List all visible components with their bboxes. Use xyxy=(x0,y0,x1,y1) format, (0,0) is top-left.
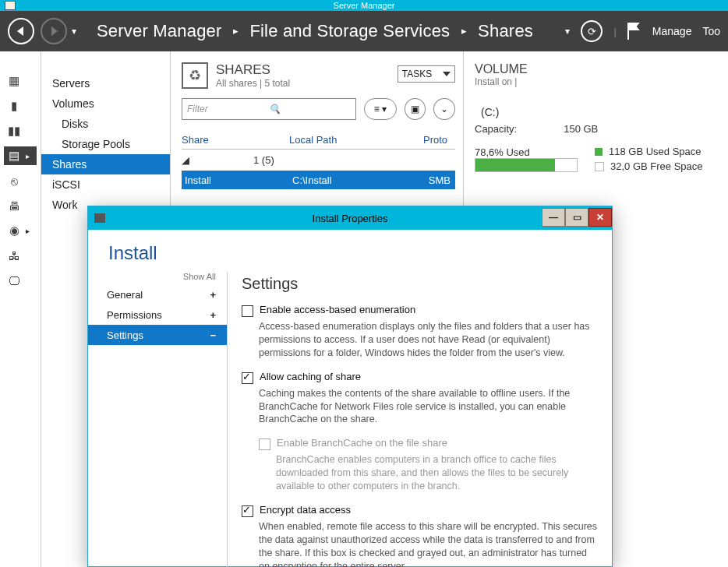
dashboard-icon: ▦ xyxy=(5,74,23,88)
tools-menu[interactable]: Too xyxy=(702,25,720,37)
desc-branchcache: BranchCache enables computers in a branc… xyxy=(276,453,598,493)
rail-file-storage[interactable]: ▤▸ xyxy=(4,146,37,165)
col-local-path[interactable]: Local Path xyxy=(289,134,423,146)
manage-menu[interactable]: Manage xyxy=(652,25,692,37)
usage-bar-fill xyxy=(475,159,555,171)
back-button[interactable] xyxy=(8,18,34,44)
show-all-link[interactable]: Show All xyxy=(88,272,227,284)
legend-used-text: 118 GB Used Space xyxy=(609,146,701,157)
forward-button[interactable] xyxy=(41,18,67,44)
desc-encrypt: When enabled, remote file access to this… xyxy=(259,520,598,567)
shares-icon: ♻ xyxy=(182,62,208,89)
dialog-nav-permissions-label: Permissions xyxy=(107,309,162,321)
dialog-section-title: Settings xyxy=(242,275,598,293)
dialog-title: Install Properties xyxy=(313,213,388,224)
minus-icon: − xyxy=(210,329,216,341)
nav-volumes[interactable]: Volumes xyxy=(41,93,170,114)
rail-dashboard[interactable]: ▦ xyxy=(4,72,37,90)
shares-subtitle: All shares | 5 total xyxy=(216,78,290,89)
system-menu-icon[interactable] xyxy=(5,1,16,10)
window-title: Server Manager xyxy=(334,0,395,11)
network-icon: 🖧 xyxy=(5,249,23,262)
rail-remote[interactable]: ◉▸ xyxy=(4,221,37,240)
dialog-heading: Install xyxy=(88,230,612,272)
volume-subtitle: Install on | xyxy=(475,76,728,87)
tasks-button[interactable]: TASKS xyxy=(398,65,455,83)
option-abe: Enable access-based enumeration Access-b… xyxy=(242,304,598,360)
nav-shares[interactable]: Shares xyxy=(41,154,170,174)
nav-iscsi[interactable]: iSCSI xyxy=(41,174,170,195)
chevron-right-icon: ▸ xyxy=(26,227,30,235)
option-branchcache: Enable BranchCache on the file share Bra… xyxy=(259,437,598,493)
server-icon: ▮ xyxy=(5,99,23,113)
filter-input[interactable]: Filter 🔍 xyxy=(182,98,356,120)
usage-bar xyxy=(475,158,578,172)
collapse-icon[interactable]: ◢ xyxy=(182,154,193,166)
view-options-button[interactable]: ≡▾ xyxy=(364,98,397,120)
row-proto: SMB xyxy=(426,174,455,186)
filter-placeholder: Filter xyxy=(187,104,269,114)
option-cache: Allow caching of share Caching makes the… xyxy=(242,371,598,427)
breadcrumb-dropdown[interactable]: ▾ xyxy=(565,26,570,37)
rail-print[interactable]: 🖶 xyxy=(4,196,37,215)
arrow-right-icon xyxy=(51,26,58,36)
swatch-white-icon xyxy=(595,162,604,171)
used-percent: 78,6% Used xyxy=(475,146,545,158)
rail-net[interactable]: 🖧 xyxy=(4,246,37,265)
checkbox-cache[interactable] xyxy=(242,372,253,384)
title-bar: Server Manager xyxy=(0,0,728,11)
shares-title: SHARES xyxy=(216,62,290,78)
storage-icon: ▤ xyxy=(5,149,23,163)
legend-free: 32,0 GB Free Space xyxy=(595,160,703,172)
grid-header: Share Local Path Proto xyxy=(182,134,455,150)
volume-title: VOLUME xyxy=(475,62,728,76)
rail-desktop[interactable]: 🖵 xyxy=(4,271,37,290)
rail-io[interactable]: ⎋ xyxy=(4,171,37,190)
dialog-nav-permissions[interactable]: Permissions+ xyxy=(88,305,227,325)
col-share[interactable]: Share xyxy=(182,134,289,146)
dialog-system-icon[interactable] xyxy=(94,213,105,223)
dialog-title-bar[interactable]: Install Properties — ▭ ✕ xyxy=(88,206,612,230)
dialog-nav-settings-label: Settings xyxy=(107,329,143,341)
dialog-nav-settings[interactable]: Settings− xyxy=(88,325,227,345)
rail-local-server[interactable]: ▮ xyxy=(4,97,37,115)
row-share: Install xyxy=(182,174,292,186)
checkbox-encrypt[interactable] xyxy=(242,505,253,517)
nav-storage-pools[interactable]: Storage Pools xyxy=(41,134,170,154)
refresh-button[interactable]: ⟳ xyxy=(581,20,603,42)
chevron-right-icon: ▸ xyxy=(26,152,30,160)
search-icon[interactable]: 🔍 xyxy=(269,104,351,114)
plus-icon: + xyxy=(210,309,216,321)
share-row-selected[interactable]: Install C:\Install SMB xyxy=(182,171,455,189)
option-encrypt: Encrypt data access When enabled, remote… xyxy=(242,504,598,567)
close-button[interactable]: ✕ xyxy=(588,208,612,227)
maximize-button[interactable]: ▭ xyxy=(565,208,588,227)
nav-disks[interactable]: Disks xyxy=(41,114,170,134)
label-encrypt: Encrypt data access xyxy=(260,504,351,516)
group-row[interactable]: ◢ 1 (5) xyxy=(182,150,455,171)
rail-all-servers[interactable]: ▮▮ xyxy=(4,122,37,140)
capacity-value: 150 GB xyxy=(564,123,598,135)
notifications-flag-icon[interactable] xyxy=(627,23,641,40)
col-protocol[interactable]: Proto xyxy=(423,134,455,146)
remote-icon: ◉ xyxy=(5,224,23,238)
breadcrumb-sep-icon: ▸ xyxy=(227,25,245,37)
separator: | xyxy=(613,26,616,37)
checkbox-abe[interactable] xyxy=(242,305,253,317)
history-dropdown[interactable]: ▾ xyxy=(72,26,76,37)
print-icon: 🖶 xyxy=(5,199,23,213)
breadcrumb-sep-icon: ▸ xyxy=(455,25,473,37)
breadcrumb-mid[interactable]: File and Storage Services xyxy=(249,21,450,40)
expand-button[interactable]: ▣ xyxy=(405,98,426,120)
capacity-label: Capacity: xyxy=(475,123,517,135)
desc-cache: Caching makes the contents of the share … xyxy=(259,387,598,427)
dialog-nav-general-label: General xyxy=(107,289,143,301)
arrow-left-icon xyxy=(17,26,23,36)
minimize-button[interactable]: — xyxy=(542,208,565,227)
nav-servers[interactable]: Servers xyxy=(41,73,170,93)
more-button[interactable]: ⌄ xyxy=(433,98,455,120)
dialog-nav-general[interactable]: General+ xyxy=(88,284,227,305)
breadcrumb-root[interactable]: Server Manager xyxy=(97,21,222,40)
breadcrumb-leaf[interactable]: Shares xyxy=(478,21,533,40)
label-cache: Allow caching of share xyxy=(260,371,361,382)
